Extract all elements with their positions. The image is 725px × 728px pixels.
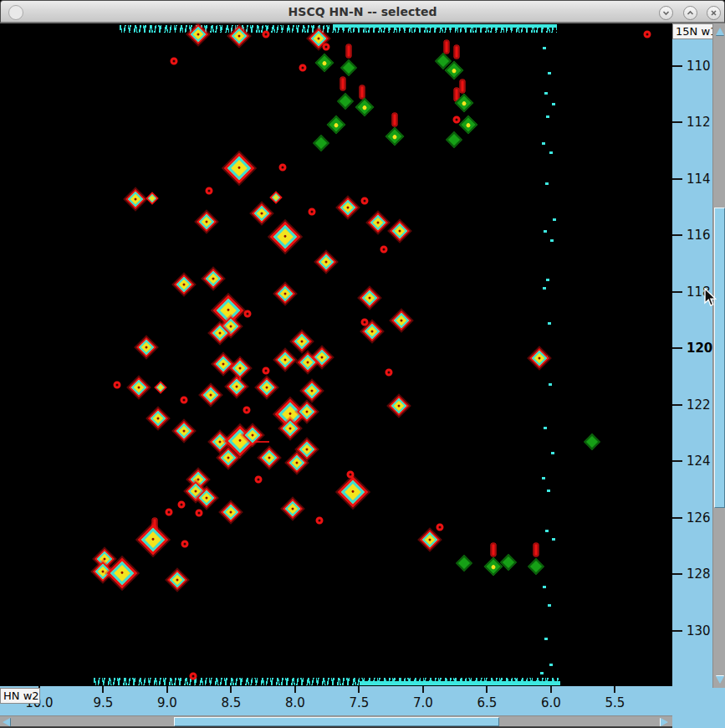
cross-peak[interactable]	[221, 450, 236, 465]
cross-peak[interactable]	[165, 508, 172, 515]
cross-peak[interactable]	[313, 135, 329, 151]
cross-peak[interactable]	[156, 383, 165, 392]
cross-peak[interactable]	[190, 472, 205, 487]
cross-peak[interactable]	[232, 361, 248, 376]
cross-peak[interactable]	[443, 40, 449, 54]
horizontal-scrollbar[interactable]	[0, 715, 672, 726]
scroll-up-button[interactable]	[713, 23, 725, 38]
cross-peak[interactable]	[394, 313, 409, 328]
cross-peak[interactable]	[337, 93, 354, 110]
cross-peak[interactable]	[97, 551, 112, 567]
cross-peak[interactable]	[453, 45, 459, 59]
cross-peak[interactable]	[199, 214, 214, 229]
cross-peak[interactable]	[484, 557, 503, 577]
cross-peak[interactable]	[227, 156, 250, 180]
cross-peak[interactable]	[278, 286, 293, 301]
cross-peak[interactable]	[294, 334, 309, 349]
cross-peak[interactable]	[316, 516, 324, 524]
cross-peak[interactable]	[322, 44, 329, 51]
cross-peak[interactable]	[391, 398, 406, 413]
cross-peak[interactable]	[262, 31, 269, 38]
cross-peak[interactable]	[148, 194, 156, 203]
cross-peak[interactable]	[370, 215, 385, 230]
cross-peak[interactable]	[203, 387, 218, 402]
cross-peak[interactable]	[360, 319, 368, 326]
cross-peak[interactable]	[217, 299, 240, 322]
cross-peak[interactable]	[243, 407, 250, 414]
cross-peak[interactable]	[206, 187, 213, 194]
cross-peak[interactable]	[206, 271, 221, 286]
spectrum-plot[interactable]	[0, 23, 672, 686]
cross-peak[interactable]	[110, 561, 134, 585]
cross-peak[interactable]	[180, 396, 187, 403]
cross-peak[interactable]	[346, 44, 352, 59]
cross-peak[interactable]	[584, 433, 600, 450]
cross-peak[interactable]	[288, 455, 304, 470]
cross-peak[interactable]	[362, 290, 377, 305]
cross-peak[interactable]	[532, 351, 547, 366]
cross-peak[interactable]	[385, 127, 405, 146]
cross-peak[interactable]	[501, 554, 518, 571]
cross-peak[interactable]	[452, 116, 460, 124]
cross-peak[interactable]	[177, 500, 185, 508]
cross-peak[interactable]	[131, 380, 146, 395]
cross-peak[interactable]	[436, 523, 443, 531]
cross-peak[interactable]	[285, 501, 300, 516]
cross-peak[interactable]	[254, 475, 262, 483]
cross-peak[interactable]	[340, 76, 345, 90]
cross-peak[interactable]	[299, 64, 307, 71]
cross-peak[interactable]	[262, 367, 269, 375]
cross-peak[interactable]	[460, 79, 466, 93]
cross-peak[interactable]	[170, 57, 177, 64]
cross-peak[interactable]	[327, 115, 346, 134]
cross-peak[interactable]	[272, 193, 280, 202]
cross-peak[interactable]	[196, 509, 203, 516]
cross-peak[interactable]	[244, 310, 252, 317]
cross-peak[interactable]	[308, 208, 315, 216]
cross-peak[interactable]	[273, 225, 297, 249]
cross-peak[interactable]	[254, 206, 269, 221]
cross-peak[interactable]	[340, 200, 355, 215]
horizontal-scrollbar-thumb[interactable]	[174, 717, 499, 726]
cross-peak[interactable]	[446, 131, 462, 148]
cross-peak[interactable]	[533, 542, 539, 556]
cross-peak[interactable]	[259, 380, 274, 395]
cross-peak[interactable]	[304, 383, 319, 398]
cross-peak[interactable]	[315, 54, 334, 73]
cross-peak[interactable]	[458, 115, 477, 134]
cross-peak[interactable]	[176, 423, 191, 438]
cross-peak[interactable]	[189, 672, 197, 679]
vertical-scrollbar[interactable]	[712, 23, 725, 688]
cross-peak[interactable]	[216, 356, 231, 372]
cross-peak[interactable]	[170, 572, 185, 587]
cross-peak[interactable]	[528, 558, 544, 575]
scroll-down-button[interactable]	[713, 671, 725, 688]
cross-peak[interactable]	[355, 98, 374, 117]
cross-peak[interactable]	[176, 277, 191, 292]
cross-peak[interactable]	[181, 540, 189, 547]
cross-peak[interactable]	[128, 192, 143, 207]
cross-peak[interactable]	[278, 163, 286, 171]
cross-peak[interactable]	[228, 379, 243, 394]
maximize-button[interactable]	[683, 6, 697, 20]
cross-peak[interactable]	[643, 31, 651, 38]
cross-peak[interactable]	[421, 532, 437, 547]
cross-peak[interactable]	[456, 555, 472, 572]
cross-peak[interactable]	[392, 223, 407, 238]
cross-peak[interactable]	[139, 340, 154, 355]
cross-peak[interactable]	[223, 505, 238, 520]
cross-peak[interactable]	[278, 352, 293, 367]
vertical-scrollbar-thumb[interactable]	[714, 208, 725, 508]
cross-peak[interactable]	[114, 382, 121, 389]
cross-peak[interactable]	[365, 324, 380, 339]
cross-peak[interactable]	[385, 369, 392, 377]
cross-peak[interactable]	[360, 197, 368, 204]
cross-peak[interactable]	[491, 542, 497, 556]
cross-peak[interactable]	[95, 564, 110, 579]
cross-peak[interactable]	[314, 350, 329, 365]
cross-peak[interactable]	[341, 480, 365, 504]
cross-peak[interactable]	[392, 113, 398, 127]
cross-peak[interactable]	[283, 421, 298, 436]
cross-peak[interactable]	[141, 528, 165, 551]
cross-peak[interactable]	[318, 254, 333, 269]
